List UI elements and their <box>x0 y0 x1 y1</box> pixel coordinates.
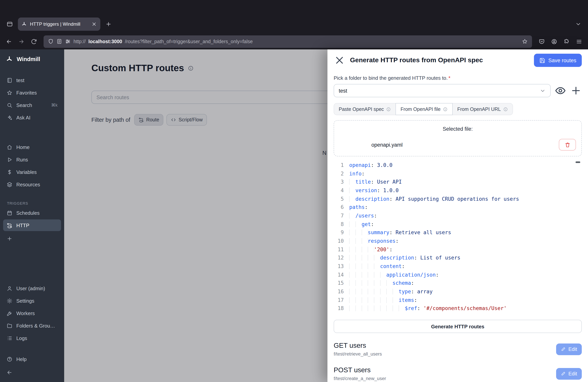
menu-icon[interactable] <box>573 36 585 47</box>
firefox-view-icon[interactable] <box>4 18 16 30</box>
sidebar-item-settings[interactable]: Settings <box>3 295 61 307</box>
sidebar-item-label: Logs <box>16 335 27 341</box>
route-row: POST usersf/test/create_a_new_userEdit <box>334 366 582 381</box>
windmill-logo-icon <box>6 56 13 63</box>
url-host: localhost:3000 <box>88 39 122 44</box>
sidebar-item-label: Help <box>16 356 27 362</box>
shield-icon[interactable] <box>48 39 54 44</box>
list-icon <box>7 335 12 341</box>
sidebar-collapse-button[interactable] <box>3 366 61 378</box>
browser-tab[interactable]: HTTP triggers | Windmill <box>18 18 100 31</box>
sidebar-item-schedules[interactable]: Schedules <box>3 207 61 219</box>
sidebar-item-label: Schedules <box>16 210 40 216</box>
brand[interactable]: Windmill <box>0 49 64 69</box>
dollar-icon <box>7 169 12 175</box>
sidebar-item-help[interactable]: Help <box>3 353 61 365</box>
plus-icon <box>7 235 12 241</box>
sidebar: Windmill testFavoritesSearch⌘kAsk AI Hom… <box>0 49 64 382</box>
sidebar-item-label: Workers <box>16 310 35 316</box>
scrollbar-thumb[interactable] <box>576 161 580 163</box>
forward-button[interactable] <box>16 36 27 47</box>
tab-list-button[interactable] <box>572 18 584 30</box>
home-icon <box>7 144 12 150</box>
navigation-bar: http://localhost:3000/routes?filter_path… <box>0 33 588 49</box>
permissions-icon[interactable] <box>65 39 71 44</box>
sidebar-item-label: Settings <box>16 298 34 304</box>
sidebar-item-label: Runs <box>16 157 28 162</box>
tab-close-icon[interactable] <box>91 21 97 27</box>
sidebar-item-label: Variables <box>16 169 37 175</box>
url-path: /routes?filter_path_of=trigger&user_and_… <box>125 39 252 44</box>
sidebar-item-user-admin[interactable]: User (admin) <box>3 282 61 294</box>
sidebar-item-label: Resources <box>16 181 40 187</box>
calendar-icon <box>7 210 12 216</box>
selected-file-box: Selected file: openapi.yaml <box>334 120 582 156</box>
page-info-icon[interactable] <box>56 39 62 44</box>
new-tab-button[interactable] <box>103 18 114 30</box>
route-icon <box>7 222 12 228</box>
info-icon <box>503 107 508 111</box>
sidebar-item-label: Search <box>16 102 32 108</box>
url-bar[interactable]: http://localhost:3000/routes?filter_path… <box>43 35 532 48</box>
sidebar-item-test[interactable]: test <box>3 74 61 86</box>
tab-paste-openapi-spec[interactable]: Paste OpenAPI spec <box>334 103 396 115</box>
sidebar-item-label: Home <box>16 144 30 150</box>
triggers-section-label: TRIGGERS <box>7 201 64 205</box>
wrench-icon <box>7 310 12 316</box>
code-content[interactable]: openapi: 3.0.0info: title: User API vers… <box>349 161 519 316</box>
sidebar-item-variables[interactable]: Variables <box>3 166 61 178</box>
sidebar-item-http[interactable]: HTTP <box>3 219 61 231</box>
folder-select[interactable]: test <box>334 84 551 97</box>
account-icon[interactable] <box>548 36 560 47</box>
edit-route-button[interactable]: Edit <box>556 368 582 380</box>
chevron-down-icon <box>540 88 546 94</box>
sidebar-item-home[interactable]: Home <box>3 141 61 153</box>
book-icon <box>7 77 12 83</box>
sidebar-item-workers[interactable]: Workers <box>3 307 61 319</box>
back-button[interactable] <box>3 36 15 47</box>
info-icon <box>443 107 448 111</box>
save-routes-button[interactable]: Save routes <box>534 54 582 67</box>
spec-source-tabs: Paste OpenAPI specFrom OpenAPI fileFrom … <box>334 103 582 115</box>
tab-bar: HTTP triggers | Windmill <box>0 0 588 33</box>
code-editor[interactable]: 123456789101112131415161718 openapi: 3.0… <box>334 161 582 316</box>
tab-from-openapi-file[interactable]: From OpenAPI file <box>396 103 453 115</box>
arrow-left-icon <box>7 369 12 375</box>
play-icon <box>7 157 12 162</box>
route-path: f/test/create_a_new_user <box>334 376 386 381</box>
sidebar-item-ask-ai[interactable]: Ask AI <box>3 112 61 123</box>
app: HTTP triggers | Windmill http://localhos… <box>0 0 588 382</box>
trash-icon <box>565 142 570 148</box>
sidebar-add-button[interactable] <box>3 233 61 244</box>
sidebar-item-logs[interactable]: Logs <box>3 332 61 344</box>
generate-routes-button[interactable]: Generate HTTP routes <box>334 320 582 333</box>
sidebar-item-resources[interactable]: Resources <box>3 179 61 190</box>
pencil-icon <box>561 371 566 376</box>
sidebar-item-folders-groups[interactable]: Folders & Groups... <box>3 320 61 331</box>
extensions-icon[interactable] <box>561 36 572 47</box>
tab-from-openapi-url[interactable]: From OpenAPI URL <box>452 103 513 115</box>
sidebar-item-runs[interactable]: Runs <box>3 154 61 165</box>
sidebar-item-label: Favorites <box>16 90 37 95</box>
add-folder-button[interactable] <box>570 85 582 96</box>
sidebar-item-search[interactable]: Search⌘k <box>3 99 61 111</box>
route-title: GET users <box>334 341 382 350</box>
remove-file-button[interactable] <box>559 139 576 150</box>
sparkles-icon <box>7 115 12 120</box>
sidebar-item-label: test <box>16 77 24 83</box>
generated-routes-list: GET usersf/test/retrieve_all_usersEditPO… <box>334 341 582 381</box>
url-scheme: http:// <box>74 39 86 44</box>
sidebar-item-favorites[interactable]: Favorites <box>3 87 61 98</box>
folder-icon <box>7 323 12 329</box>
edit-route-button[interactable]: Edit <box>556 343 582 355</box>
layers-icon <box>7 181 12 187</box>
star-icon <box>7 90 12 95</box>
pocket-icon[interactable] <box>536 36 547 47</box>
sidebar-item-label: Ask AI <box>16 115 31 120</box>
reload-button[interactable] <box>28 36 40 47</box>
save-icon <box>539 57 545 63</box>
bookmark-star-icon[interactable] <box>522 39 528 44</box>
browser-chrome: HTTP triggers | Windmill http://localhos… <box>0 0 588 49</box>
preview-folder-button[interactable] <box>555 85 566 96</box>
drawer-close-button[interactable] <box>334 54 345 66</box>
